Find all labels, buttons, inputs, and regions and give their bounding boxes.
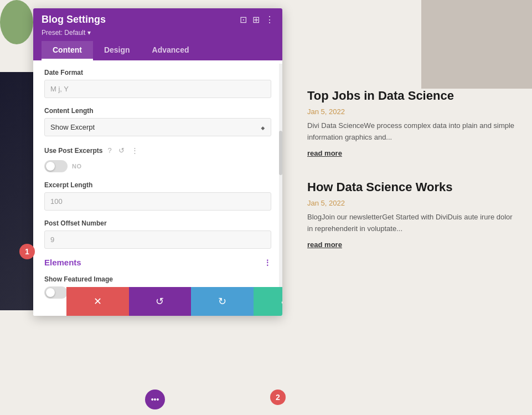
post-offset-group: Post Offset Number xyxy=(44,219,271,249)
elements-more-icon[interactable]: ⋮ xyxy=(264,258,271,267)
panel-scrollbar-thumb xyxy=(279,131,282,175)
content-length-label: Content Length xyxy=(44,107,271,115)
blog-post-1: Top Jobs in Data Science Jan 5, 2022 Div… xyxy=(307,89,518,158)
undo-button[interactable]: ↺ xyxy=(129,287,192,316)
panel-tabs: Content Design Advanced xyxy=(42,41,274,60)
use-post-excerpts-toggle-label: NO xyxy=(72,163,82,170)
date-format-group: Date Format xyxy=(44,69,271,98)
more-icon[interactable]: ⋮ xyxy=(265,14,274,25)
blog-post-2-title: How Data Science Works xyxy=(307,180,518,194)
expand-icon[interactable]: ⊡ xyxy=(240,14,247,25)
plant-decoration xyxy=(0,0,33,44)
show-featured-image-label: Show Featured Image xyxy=(44,275,271,283)
blog-content-area: Top Jobs in Data Science Jan 5, 2022 Div… xyxy=(307,89,518,271)
use-post-excerpts-toggle-wrap: NO xyxy=(44,160,271,172)
use-post-excerpts-group: Use Post Excerpts ? ↺ ⋮ NO xyxy=(44,145,271,172)
blog-post-1-date: Jan 5, 2022 xyxy=(307,107,518,116)
columns-icon[interactable]: ⊞ xyxy=(252,14,260,25)
excerpt-length-label: Excerpt Length xyxy=(44,181,271,189)
use-post-excerpts-label-row: Use Post Excerpts ? ↺ ⋮ xyxy=(44,145,271,156)
elements-section-heading: Elements ⋮ xyxy=(44,258,271,267)
step-badge-1: 1 xyxy=(19,244,35,259)
blog-post-2-read-more[interactable]: read more xyxy=(307,240,342,249)
blog-post-1-read-more[interactable]: read more xyxy=(307,149,342,157)
post-offset-input[interactable] xyxy=(44,230,271,249)
panel-header-icons: ⊡ ⊞ ⋮ xyxy=(240,14,274,25)
content-length-group: Content Length Show Excerpt Show Full Po… xyxy=(44,107,271,136)
confirm-button[interactable]: ✓ xyxy=(254,287,283,316)
blog-post-2-excerpt: BlogJoin our newsletterGet Started with … xyxy=(307,212,518,235)
content-length-select-wrap: Show Excerpt Show Full Post ⬥ xyxy=(44,118,271,136)
use-post-excerpts-reset-icon[interactable]: ↺ xyxy=(117,145,126,156)
show-featured-image-toggle[interactable] xyxy=(44,286,68,299)
panel-title: Blog Settings xyxy=(42,14,106,25)
toggle-knob xyxy=(46,162,55,171)
panel-header-top: Blog Settings ⊡ ⊞ ⋮ xyxy=(42,14,274,25)
step-badge-2: 2 xyxy=(270,390,286,405)
excerpt-length-group: Excerpt Length xyxy=(44,181,271,211)
redo-button[interactable]: ↻ xyxy=(191,287,254,316)
use-post-excerpts-toggle[interactable] xyxy=(44,160,68,172)
elements-heading-text: Elements xyxy=(44,258,81,267)
cancel-button[interactable]: ✕ xyxy=(66,287,129,316)
use-post-excerpts-help-icon[interactable]: ? xyxy=(106,145,113,156)
right-image-area xyxy=(421,0,532,89)
panel-body: Date Format Content Length Show Excerpt … xyxy=(33,60,282,316)
panel-scrollbar[interactable] xyxy=(279,64,282,287)
tab-design[interactable]: Design xyxy=(93,41,141,60)
blog-post-1-excerpt: Divi Data ScienceWe process complex data… xyxy=(307,120,518,144)
tab-content[interactable]: Content xyxy=(42,41,93,60)
date-format-label: Date Format xyxy=(44,69,271,76)
panel-header: Blog Settings ⊡ ⊞ ⋮ Preset: Default Cont… xyxy=(33,8,282,60)
tab-advanced[interactable]: Advanced xyxy=(141,41,200,60)
panel-toolbar: ✕ ↺ ↻ ✓ xyxy=(66,287,282,316)
blog-settings-panel: Blog Settings ⊡ ⊞ ⋮ Preset: Default Cont… xyxy=(33,8,282,316)
blog-post-2-date: Jan 5, 2022 xyxy=(307,199,518,207)
dark-image-left xyxy=(0,72,36,310)
preset-selector[interactable]: Preset: Default xyxy=(42,29,274,37)
use-post-excerpts-label: Use Post Excerpts xyxy=(44,147,102,155)
dots-menu-button[interactable]: ••• xyxy=(145,390,165,409)
post-offset-label: Post Offset Number xyxy=(44,219,271,227)
blog-post-2: How Data Science Works Jan 5, 2022 BlogJ… xyxy=(307,180,518,249)
use-post-excerpts-more-icon[interactable]: ⋮ xyxy=(130,145,140,156)
blog-post-1-title: Top Jobs in Data Science xyxy=(307,89,518,103)
excerpt-length-input[interactable] xyxy=(44,192,271,211)
date-format-input[interactable] xyxy=(44,80,271,98)
featured-image-toggle-knob xyxy=(46,288,55,297)
content-length-select[interactable]: Show Excerpt Show Full Post xyxy=(44,118,271,136)
